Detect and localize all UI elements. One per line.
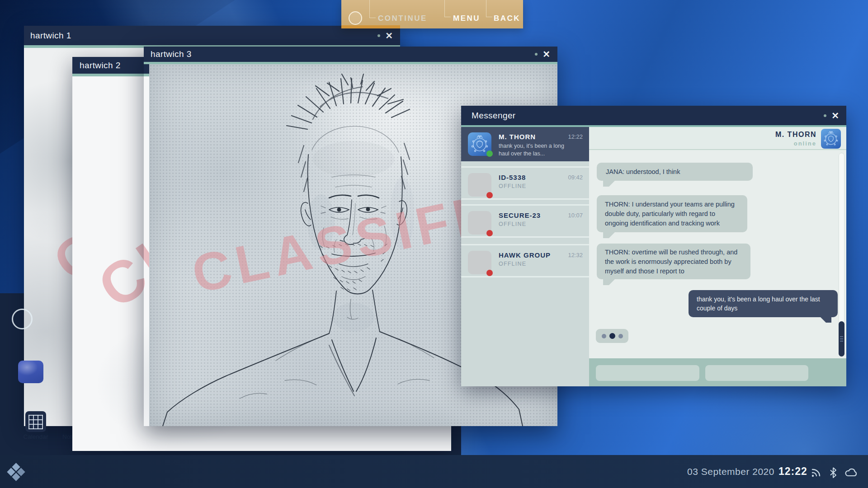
chat-peer-name: M. THORN (775, 131, 816, 139)
game-menu-bar: CONTINUE MENU BACK (341, 0, 523, 28)
contact-name: ID-5338 (499, 174, 526, 181)
cloud-icon[interactable] (844, 467, 859, 478)
back-button[interactable]: BACK (494, 14, 520, 23)
wireless-icon[interactable] (810, 467, 822, 478)
contact-name: HAWK GROUP (499, 251, 551, 259)
taskbar-clock: 12:22 (778, 465, 807, 478)
contact-time: 12:22 (568, 133, 583, 140)
chat-peer-avatar (821, 129, 841, 149)
scrollbar-grip-icon (840, 336, 843, 342)
close-icon[interactable]: ✕ (385, 31, 393, 40)
chat-message-own: thank you, it's been a long haul over th… (689, 290, 838, 317)
menu-tick-line (444, 0, 451, 17)
typing-dot (618, 334, 623, 338)
reply-bar (589, 358, 846, 386)
menu-tick-line (486, 0, 492, 17)
messenger-window: Messenger ✕ (461, 106, 846, 386)
contact-item-id5338[interactable]: ID-5338 09:42 OFFLINE (461, 166, 589, 200)
contact-status: OFFLINE (499, 183, 526, 189)
window-dot-icon (377, 34, 380, 37)
chat-scrollbar-handle[interactable] (839, 321, 844, 357)
chat-message: THORN: I understand your teams are pulli… (597, 195, 747, 232)
system-logo-icon[interactable] (7, 463, 25, 481)
chat-panel: M. THORN online JANA: u (589, 127, 846, 386)
system-tray (810, 467, 859, 479)
contact-status: OFFLINE (499, 221, 526, 227)
typing-dot (609, 333, 615, 339)
contact-preview: thank you, it's been a long haul over th… (499, 142, 571, 158)
messenger-titlebar[interactable]: Messenger ✕ (461, 106, 846, 125)
menu-highlight-strip (341, 25, 400, 28)
chat-message: JANA: understood, I think (597, 163, 753, 181)
contact-item-hawkgroup[interactable]: HAWK GROUP 12:32 OFFLINE (461, 244, 589, 277)
close-icon[interactable]: ✕ (542, 50, 550, 59)
hartwich-2-title: hartwich 2 (80, 61, 121, 70)
typing-dot (602, 334, 606, 338)
offline-dot-icon (486, 270, 493, 276)
contact-time: 10:07 (568, 212, 583, 219)
hartwich-3-titlebar[interactable]: hartwich 3 ✕ (144, 47, 557, 62)
typing-indicator (596, 329, 628, 343)
message-history: JANA: understood, I think THORN: I under… (589, 151, 846, 358)
contact-time: 09:42 (568, 174, 583, 181)
messenger-body: M. THORN 12:22 thank you, it's been a lo… (461, 127, 846, 386)
window-dot-icon (824, 114, 826, 117)
chat-scrollbar-track[interactable] (839, 153, 844, 357)
app-icon[interactable] (18, 361, 43, 383)
contact-status: OFFLINE (499, 261, 526, 267)
calendar-grid (28, 415, 43, 429)
taskbar-date: 03 September 2020 (687, 466, 774, 477)
contact-item-thorn[interactable]: M. THORN 12:22 thank you, it's been a lo… (461, 127, 589, 161)
contact-item-secure23[interactable]: SECURE-23 10:07 OFFLINE (461, 204, 589, 238)
contact-name: SECURE-23 (499, 211, 541, 219)
game-desktop: hartwich 1 ✕ CLASSIFIED CONTINUE MENU BA… (0, 0, 868, 488)
offline-dot-icon (486, 230, 493, 236)
menu-button[interactable]: MENU (453, 14, 480, 23)
continue-button[interactable]: CONTINUE (378, 14, 427, 23)
chat-message: THORN: overtime will be rushed through, … (597, 244, 750, 279)
online-dot-icon (486, 150, 493, 157)
reply-option-1[interactable] (596, 365, 699, 381)
close-icon[interactable]: ✕ (831, 111, 839, 120)
contact-list: M. THORN 12:22 thank you, it's been a lo… (461, 127, 589, 386)
hartwich-3-title: hartwich 3 (151, 49, 192, 59)
menu-tick-line (369, 0, 376, 18)
chat-peer-status: online (794, 140, 816, 147)
chat-header: M. THORN online (589, 127, 846, 150)
menu-circle-icon (349, 11, 362, 25)
reply-option-2[interactable] (705, 365, 808, 381)
hartwich-1-title: hartwich 1 (30, 31, 71, 41)
bluetooth-icon[interactable] (830, 467, 837, 479)
offline-dot-icon (486, 192, 493, 198)
contact-time: 12:32 (568, 252, 583, 258)
hartwich-1-titlebar[interactable]: hartwich 1 ✕ (24, 26, 400, 45)
contact-name: M. THORN (499, 133, 536, 141)
window-dot-icon (535, 53, 538, 56)
calendar-icon[interactable] (25, 411, 46, 432)
messenger-title: Messenger (472, 111, 516, 121)
